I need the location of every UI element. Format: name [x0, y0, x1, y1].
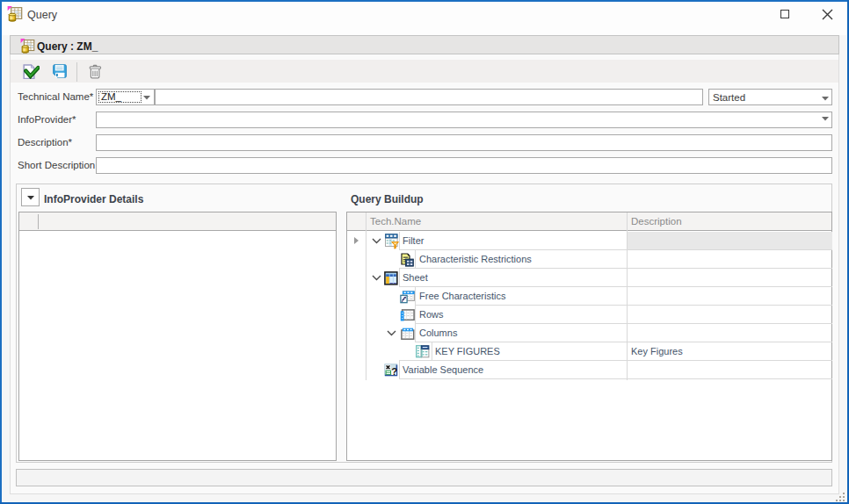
svg-text:?: ?: [391, 366, 397, 377]
